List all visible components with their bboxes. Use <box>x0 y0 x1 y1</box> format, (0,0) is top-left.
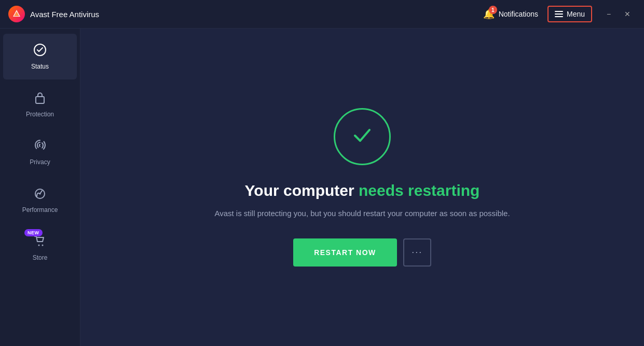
main-headline: Your computer needs restarting <box>245 182 480 199</box>
new-badge: NEW <box>24 229 43 236</box>
fingerprint-icon <box>33 139 47 154</box>
main-layout: Status Protection <box>0 29 644 346</box>
action-row: RESTART NOW ··· <box>293 238 431 267</box>
hamburger-line-2 <box>555 14 563 15</box>
hamburger-icon <box>555 11 563 17</box>
restart-now-button[interactable]: RESTART NOW <box>293 238 397 267</box>
cart-icon <box>33 234 47 250</box>
sidebar-item-performance-label: Performance <box>22 206 58 214</box>
checkmark-icon <box>350 123 375 151</box>
subtext: Avast is still protecting you, but you s… <box>214 208 510 220</box>
headline-normal: Your computer <box>245 182 359 199</box>
menu-label: Menu <box>567 10 585 18</box>
notifications-label: Notifications <box>499 10 538 18</box>
titlebar-right: 🔔 1 Notifications Menu − ✕ <box>478 5 636 23</box>
lock-icon <box>34 91 46 107</box>
sidebar-item-status-label: Status <box>31 63 49 70</box>
sidebar-item-status[interactable]: Status <box>3 34 77 79</box>
app-name: Avast Free Antivirus <box>30 10 99 19</box>
content-area: Your computer needs restarting Avast is … <box>80 29 644 346</box>
svg-rect-1 <box>36 97 44 103</box>
app-logo: Avast Free Antivirus <box>8 6 99 22</box>
minimize-button[interactable]: − <box>600 6 617 22</box>
hamburger-line-1 <box>555 11 563 12</box>
svg-point-4 <box>38 245 40 246</box>
menu-button[interactable]: Menu <box>547 6 592 22</box>
sidebar-item-privacy[interactable]: Privacy <box>3 129 77 175</box>
sidebar-item-store[interactable]: NEW Store <box>3 225 77 271</box>
notification-badge: 1 <box>489 6 497 14</box>
gauge-icon <box>33 187 47 202</box>
sidebar: Status Protection <box>0 29 80 346</box>
sidebar-item-performance[interactable]: Performance <box>3 177 77 223</box>
window-controls: − ✕ <box>600 6 636 22</box>
sidebar-item-protection-label: Protection <box>26 111 54 118</box>
check-circle-icon <box>33 43 47 59</box>
avast-logo-icon <box>8 6 25 22</box>
hamburger-line-3 <box>555 16 563 17</box>
svg-point-3 <box>39 193 41 195</box>
sidebar-item-store-label: Store <box>33 254 48 261</box>
headline-highlight: needs restarting <box>359 182 479 199</box>
notifications-button[interactable]: 🔔 1 Notifications <box>478 5 543 23</box>
svg-point-5 <box>42 245 44 246</box>
status-circle <box>334 108 391 165</box>
titlebar: Avast Free Antivirus 🔔 1 Notifications M… <box>0 0 644 29</box>
close-button[interactable]: ✕ <box>619 6 636 22</box>
notification-icon-wrap: 🔔 1 <box>483 8 495 20</box>
sidebar-item-privacy-label: Privacy <box>30 158 50 166</box>
more-options-button[interactable]: ··· <box>403 238 431 267</box>
sidebar-item-protection[interactable]: Protection <box>3 82 77 127</box>
